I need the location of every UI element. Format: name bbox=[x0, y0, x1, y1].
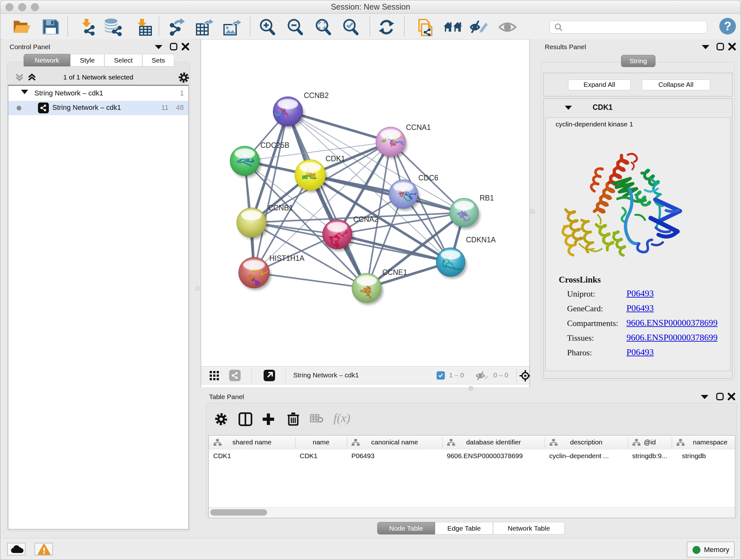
svg-text:CDKN1A: CDKN1A bbox=[466, 236, 496, 244]
svg-text:CDC6: CDC6 bbox=[418, 174, 439, 182]
svg-text:CCNB1: CCNB1 bbox=[268, 204, 293, 212]
svg-text:?: ? bbox=[724, 19, 731, 33]
svg-text:RB1: RB1 bbox=[480, 194, 494, 202]
svg-text:CDC25B: CDC25B bbox=[260, 141, 289, 149]
svg-text:CCNB2: CCNB2 bbox=[304, 91, 329, 100]
svg-text:CCNE1: CCNE1 bbox=[382, 268, 407, 276]
svg-text:CCNA2: CCNA2 bbox=[353, 215, 378, 224]
svg-text:CCNA1: CCNA1 bbox=[406, 123, 431, 132]
svg-text:CDK1: CDK1 bbox=[326, 154, 345, 163]
svg-text:HIST1H1A: HIST1H1A bbox=[269, 254, 305, 262]
